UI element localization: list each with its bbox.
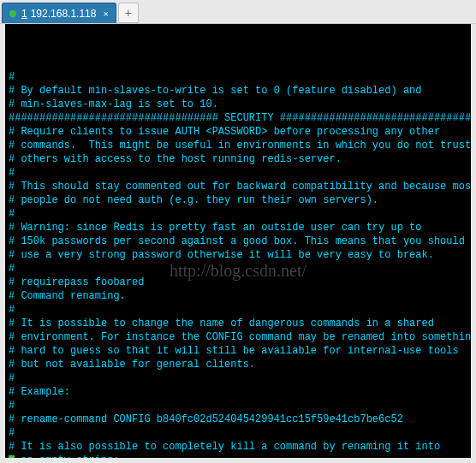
terminal-line: # It is possible to change the name of d… xyxy=(9,317,467,330)
terminal-line: an empty string: xyxy=(9,454,467,463)
terminal-line: # xyxy=(9,70,467,84)
tab-session-1[interactable]: 1 192.168.1.118 × xyxy=(2,3,116,23)
close-icon[interactable]: × xyxy=(103,9,108,19)
terminal-line: # This should stay commented out for bac… xyxy=(9,180,467,193)
terminal-line: # requirepass foobared xyxy=(9,276,467,289)
terminal-line: # xyxy=(9,303,467,317)
terminal-line: # commands. This might be useful in envi… xyxy=(9,139,467,152)
terminal-line: # hard to guess so that it will still be… xyxy=(9,344,467,358)
terminal-line: # xyxy=(9,207,467,221)
terminal-line: # 150k passwords per second against a go… xyxy=(9,234,467,248)
add-tab-button[interactable]: + xyxy=(118,3,139,23)
tab-number: 1 xyxy=(21,8,27,20)
terminal-line: # It is also possible to completely kill… xyxy=(9,440,467,454)
terminal-pane[interactable]: http://blog.csdn.net/ ## By default min-… xyxy=(0,24,476,463)
terminal-line: # rename-command CONFIG b840fc02d5240454… xyxy=(9,413,467,426)
plus-icon: + xyxy=(125,6,132,20)
terminal-line: # min-slaves-max-lag is set to 10. xyxy=(9,98,467,111)
tab-bar: 1 192.168.1.118 × + xyxy=(0,0,476,24)
terminal-cursor xyxy=(9,455,15,463)
terminal-line: # people do not need auth (e.g. they run… xyxy=(9,193,467,207)
terminal-line: # xyxy=(9,399,467,413)
terminal-line: # xyxy=(9,426,467,440)
terminal-line: # Require clients to issue AUTH <PASSWOR… xyxy=(9,125,467,139)
terminal-line: # others with access to the host running… xyxy=(9,152,467,166)
terminal-content: ## By default min-slaves-to-write is set… xyxy=(9,70,467,463)
terminal-line: # Warning: since Redis is pretty fast an… xyxy=(9,221,467,234)
status-dot-connected xyxy=(9,10,16,17)
terminal-line: # xyxy=(9,262,467,276)
terminal-line: # Example: xyxy=(9,385,467,399)
terminal-line: # but not available for general clients. xyxy=(9,358,467,371)
terminal-line: # xyxy=(9,166,467,180)
terminal-line: # Command renaming. xyxy=(9,289,467,303)
tab-title: 192.168.1.118 xyxy=(31,8,97,20)
terminal-line: # use a very strong password otherwise i… xyxy=(9,248,467,262)
terminal-line: # environment. For instance the CONFIG c… xyxy=(9,330,467,344)
terminal-line: ################################## SECUR… xyxy=(9,111,467,125)
terminal-line: # xyxy=(9,371,467,385)
terminal-line: # By default min-slaves-to-write is set … xyxy=(9,84,467,98)
